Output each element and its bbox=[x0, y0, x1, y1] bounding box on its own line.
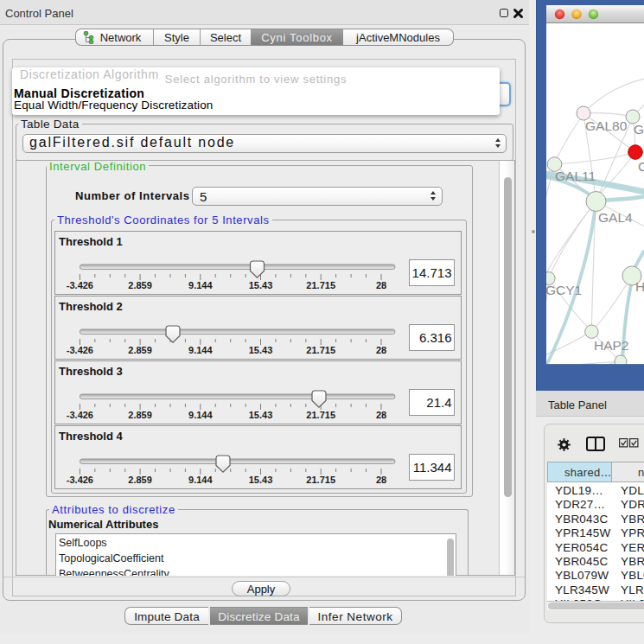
svg-text:9.144: 9.144 bbox=[188, 410, 213, 420]
svg-text:C: C bbox=[638, 159, 644, 174]
svg-text:15.43: 15.43 bbox=[249, 475, 273, 485]
svg-text:15.43: 15.43 bbox=[249, 280, 273, 290]
svg-text:-3.426: -3.426 bbox=[67, 475, 93, 485]
svg-text:21.715: 21.715 bbox=[306, 280, 335, 290]
svg-text:-3.426: -3.426 bbox=[67, 345, 93, 355]
svg-text:2.859: 2.859 bbox=[128, 475, 152, 485]
svg-text:2.859: 2.859 bbox=[128, 410, 152, 420]
svg-text:28: 28 bbox=[376, 475, 386, 485]
svg-text:21.715: 21.715 bbox=[306, 410, 335, 420]
svg-text:21.715: 21.715 bbox=[306, 345, 335, 355]
svg-text:28: 28 bbox=[376, 280, 386, 290]
svg-text:GA: GA bbox=[634, 122, 644, 137]
svg-text:GAL4: GAL4 bbox=[598, 210, 633, 225]
svg-text:GAL80: GAL80 bbox=[585, 118, 628, 133]
svg-text:GAL11: GAL11 bbox=[555, 169, 596, 183]
svg-text:28: 28 bbox=[376, 345, 386, 355]
svg-text:H: H bbox=[635, 279, 644, 294]
svg-text:28: 28 bbox=[376, 410, 386, 420]
svg-text:HAP2: HAP2 bbox=[594, 338, 629, 353]
svg-text:15.43: 15.43 bbox=[249, 345, 273, 355]
svg-text:9.144: 9.144 bbox=[188, 345, 213, 355]
svg-text:9.144: 9.144 bbox=[188, 280, 213, 290]
svg-text:GCY1: GCY1 bbox=[546, 283, 582, 297]
svg-text:-3.426: -3.426 bbox=[67, 410, 93, 420]
svg-text:9.144: 9.144 bbox=[188, 475, 213, 485]
svg-text:-3.426: -3.426 bbox=[67, 280, 93, 290]
svg-text:2.859: 2.859 bbox=[128, 280, 152, 290]
svg-text:15.43: 15.43 bbox=[249, 410, 273, 420]
svg-text:2.859: 2.859 bbox=[128, 345, 152, 355]
svg-text:21.715: 21.715 bbox=[306, 475, 335, 485]
